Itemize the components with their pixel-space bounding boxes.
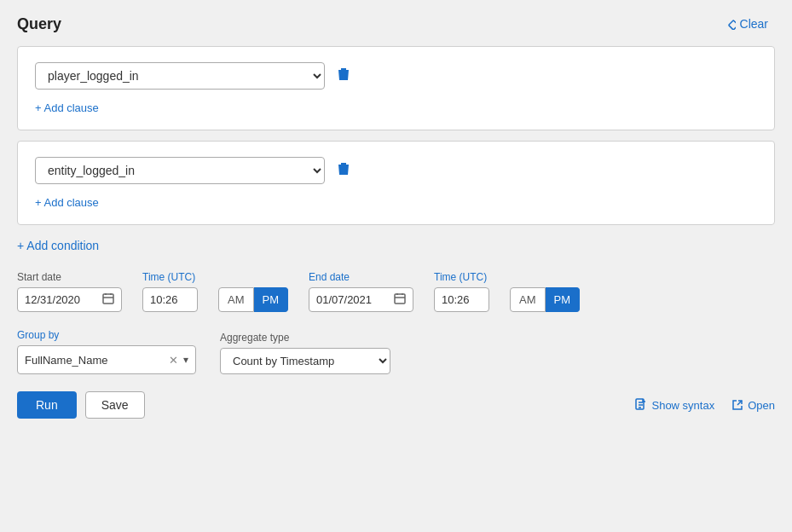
delete-condition-2-button[interactable]: [333, 159, 354, 182]
end-date-input[interactable]: [316, 293, 389, 306]
end-date-label: End date: [309, 271, 413, 283]
calendar-icon-end: [394, 292, 406, 304]
delete-condition-1-button[interactable]: [333, 65, 354, 87]
start-ampm-group: AM PM: [218, 287, 288, 312]
start-date-input-row: [17, 287, 122, 312]
add-clause-1-button[interactable]: + Add clause: [35, 100, 99, 116]
condition-card-1: player_logged_in entity_logged_in player…: [17, 46, 775, 130]
action-row: Run Save Show syntax Open: [17, 391, 775, 419]
clear-button[interactable]: Clear: [717, 14, 775, 34]
start-am-button[interactable]: AM: [218, 287, 254, 312]
end-ampm-group: AM PM: [510, 287, 580, 312]
start-time-input[interactable]: [142, 287, 198, 312]
action-right: Show syntax Open: [635, 398, 775, 412]
action-left: Run Save: [17, 391, 145, 419]
event-select-2[interactable]: player_logged_in entity_logged_in player…: [35, 157, 325, 184]
aggregate-label: Aggregate type: [220, 332, 390, 344]
run-button[interactable]: Run: [17, 391, 77, 419]
start-date-label: Start date: [17, 271, 122, 283]
start-time-wrapper: Time (UTC): [142, 271, 198, 312]
svg-rect-2: [395, 294, 405, 304]
end-date-wrapper: End date: [309, 271, 413, 312]
end-date-calendar-button[interactable]: [394, 292, 406, 307]
add-condition-button[interactable]: + Add condition: [17, 235, 99, 256]
show-syntax-button[interactable]: Show syntax: [635, 398, 714, 412]
condition-row-2: player_logged_in entity_logged_in player…: [35, 157, 757, 184]
start-date-wrapper: Start date: [17, 271, 122, 312]
svg-rect-0: [728, 20, 735, 30]
start-time-label: Time (UTC): [142, 271, 198, 283]
end-date-input-row: [309, 287, 413, 312]
trash-icon-1: [337, 66, 350, 82]
start-date-calendar-button[interactable]: [102, 292, 114, 307]
end-am-button[interactable]: AM: [510, 287, 546, 312]
condition-row-1: player_logged_in entity_logged_in player…: [35, 62, 757, 90]
page-header: Query Clear: [17, 14, 775, 34]
add-clause-2-button[interactable]: + Add clause: [35, 194, 99, 211]
aggregate-wrapper: Aggregate type Count by Timestamp Sum Av…: [220, 332, 390, 374]
start-date-input[interactable]: [25, 293, 97, 306]
group-by-input-container[interactable]: FullName_Name ✕ ▾: [17, 345, 196, 374]
end-time-wrapper: Time (UTC): [434, 271, 489, 312]
calendar-icon-start: [102, 292, 114, 304]
group-by-value: FullName_Name: [25, 354, 164, 367]
open-external-icon: [731, 399, 743, 411]
clear-icon: [724, 18, 736, 30]
save-button[interactable]: Save: [85, 391, 145, 419]
group-by-label: Group by: [17, 329, 196, 341]
page-title: Query: [17, 15, 61, 33]
svg-rect-1: [103, 294, 113, 304]
date-time-section: Start date Time (UTC) AM PM End date: [17, 271, 775, 312]
end-pm-button[interactable]: PM: [546, 287, 581, 312]
bottom-section: Group by FullName_Name ✕ ▾ Aggregate typ…: [17, 329, 775, 374]
start-pm-button[interactable]: PM: [254, 287, 289, 312]
open-button[interactable]: Open: [731, 399, 775, 412]
group-by-wrapper: Group by FullName_Name ✕ ▾: [17, 329, 196, 374]
trash-icon-2: [337, 161, 350, 176]
condition-card-2: player_logged_in entity_logged_in player…: [17, 141, 775, 225]
end-time-input[interactable]: [434, 287, 489, 312]
aggregate-select[interactable]: Count by Timestamp Sum Average Min Max: [220, 348, 390, 374]
group-by-clear-button[interactable]: ✕: [169, 354, 178, 367]
query-page: Query Clear player_logged_in entity_logg…: [0, 0, 792, 532]
event-select-1[interactable]: player_logged_in entity_logged_in player…: [35, 62, 325, 90]
group-by-chevron-button[interactable]: ▾: [183, 354, 188, 366]
end-time-label: Time (UTC): [434, 271, 489, 283]
syntax-doc-icon: [635, 398, 647, 412]
